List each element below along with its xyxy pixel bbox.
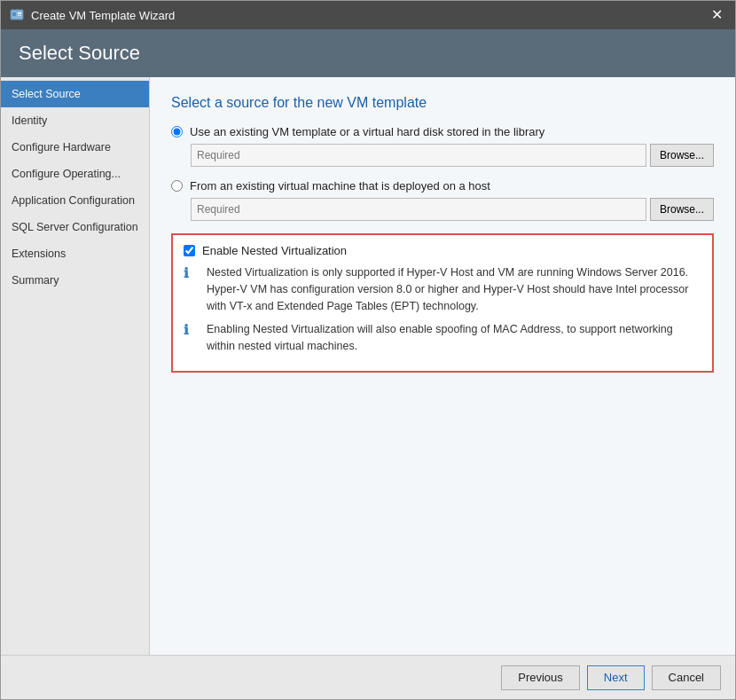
- option1-label[interactable]: Use an existing VM template or a virtual…: [190, 125, 544, 138]
- svg-rect-2: [18, 12, 21, 14]
- title-bar-title: Create VM Template Wizard: [31, 9, 175, 22]
- sidebar-item-summary[interactable]: Summary: [1, 267, 149, 294]
- sidebar-item-sql-server-configuration[interactable]: SQL Server Configuration: [1, 214, 149, 240]
- content-area: Select Source Identity Configure Hardwar…: [1, 77, 735, 655]
- info2-text: Enabling Nested Virtualization will also…: [207, 321, 701, 355]
- window-icon: [10, 8, 24, 22]
- sidebar-item-select-source[interactable]: Select Source: [1, 81, 149, 107]
- option1-radio[interactable]: [171, 126, 183, 138]
- option1-input[interactable]: [191, 144, 646, 167]
- info2-icon: ℹ: [184, 322, 200, 338]
- sidebar-item-configure-hardware[interactable]: Configure Hardware: [1, 134, 149, 161]
- option1-input-row: Browse...: [191, 144, 714, 167]
- cancel-button[interactable]: Cancel: [652, 665, 721, 690]
- nested-virt-label[interactable]: Enable Nested Virtualization: [202, 244, 347, 257]
- option2-input[interactable]: [191, 198, 646, 221]
- sidebar-item-configure-operating[interactable]: Configure Operating...: [1, 161, 149, 187]
- next-button[interactable]: Next: [587, 665, 645, 690]
- wizard-window: Create VM Template Wizard ✕ Select Sourc…: [0, 0, 736, 700]
- previous-button[interactable]: Previous: [501, 665, 580, 690]
- option2-label[interactable]: From an existing virtual machine that is…: [190, 179, 490, 193]
- page-header: Select Source: [1, 29, 735, 77]
- close-button[interactable]: ✕: [708, 8, 726, 22]
- info1-icon: ℹ: [184, 265, 200, 281]
- info2-row: ℹ Enabling Nested Virtualization will al…: [184, 321, 701, 355]
- info1-text: Nested Virtualization is only supported …: [207, 264, 701, 314]
- main-content: Select a source for the new VM template …: [150, 77, 735, 655]
- nested-virtualization-box: Enable Nested Virtualization ℹ Nested Vi…: [171, 233, 714, 373]
- title-bar-left: Create VM Template Wizard: [10, 8, 175, 22]
- sidebar-item-extensions[interactable]: Extensions: [1, 240, 149, 267]
- option2-browse-button[interactable]: Browse...: [650, 198, 714, 221]
- main-heading: Select a source for the new VM template: [171, 95, 714, 111]
- nested-virt-checkbox[interactable]: [184, 245, 195, 256]
- nested-virt-checkbox-row: Enable Nested Virtualization: [184, 244, 701, 257]
- sidebar-item-application-configuration[interactable]: Application Configuration: [1, 187, 149, 214]
- svg-rect-1: [12, 12, 16, 16]
- title-bar: Create VM Template Wizard ✕: [1, 1, 735, 29]
- option2-input-row: Browse...: [191, 198, 714, 221]
- svg-rect-3: [18, 15, 21, 16]
- option1-browse-button[interactable]: Browse...: [650, 144, 714, 167]
- sidebar: Select Source Identity Configure Hardwar…: [1, 77, 150, 655]
- option2-radio[interactable]: [171, 180, 183, 192]
- info1-row: ℹ Nested Virtualization is only supporte…: [184, 264, 701, 314]
- sidebar-item-identity[interactable]: Identity: [1, 107, 149, 134]
- option1-row: Use an existing VM template or a virtual…: [171, 125, 714, 138]
- footer: Previous Next Cancel: [1, 655, 735, 699]
- option2-row: From an existing virtual machine that is…: [171, 179, 714, 193]
- page-header-title: Select Source: [19, 42, 140, 64]
